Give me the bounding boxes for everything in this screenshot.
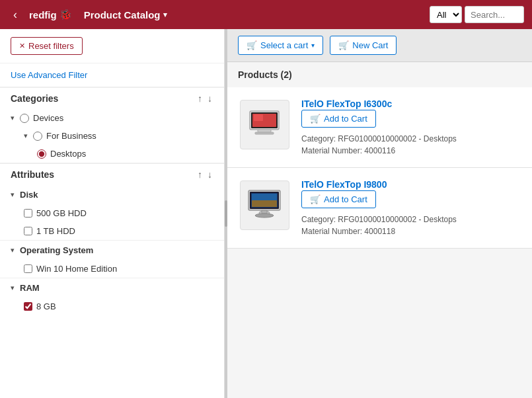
sidebar-top: ✕ Reset filters bbox=[0, 29, 224, 63]
cart-icon-select: 🛒 bbox=[247, 40, 257, 50]
product-image-1 bbox=[238, 98, 291, 151]
attributes-sort-asc[interactable]: ↑ bbox=[196, 168, 204, 181]
new-cart-button[interactable]: 🛒 New Cart bbox=[330, 36, 397, 55]
search-group: All bbox=[430, 6, 524, 23]
svg-rect-10 bbox=[252, 200, 277, 207]
attributes-title: Attributes bbox=[11, 169, 54, 180]
attributes-sort-icons: ↑ ↓ bbox=[196, 168, 213, 181]
product-image-2 bbox=[238, 179, 291, 231]
select-cart-chevron: ▾ bbox=[311, 42, 315, 49]
chevron-for-business: ▾ bbox=[24, 132, 28, 140]
attr-ram-header[interactable]: ▾ RAM bbox=[0, 278, 224, 298]
attr-os-win10[interactable]: Win 10 Home Edition bbox=[0, 260, 224, 278]
categories-title: Categories bbox=[11, 93, 58, 104]
logo: redfig 🐞 bbox=[29, 9, 72, 20]
label-1tb: 1 TB HDD bbox=[36, 226, 75, 236]
attributes-sort-desc[interactable]: ↓ bbox=[206, 168, 213, 181]
attr-disk-1tb[interactable]: 1 TB HDD bbox=[0, 222, 224, 240]
products-count: Products (2) bbox=[238, 69, 292, 80]
product-card-1: ITelO FlexTop I6300c 🛒 Add to Cart Categ… bbox=[227, 87, 532, 168]
reset-filters-label: Reset filters bbox=[28, 41, 74, 51]
attr-disk-label: Disk bbox=[20, 190, 38, 200]
radio-desktops[interactable] bbox=[37, 149, 46, 159]
cart-icon-new: 🛒 bbox=[338, 40, 349, 50]
label-devices: Devices bbox=[33, 113, 63, 123]
chevron-devices: ▾ bbox=[11, 114, 15, 122]
add-to-cart-button-1[interactable]: 🛒 Add to Cart bbox=[301, 110, 376, 128]
product-img-svg-1 bbox=[243, 103, 285, 145]
checkbox-500gb[interactable] bbox=[24, 209, 32, 218]
attr-ram-label: RAM bbox=[20, 283, 40, 293]
product-info-2: ITelO FlexTop I9800 🛒 Add to Cart Catego… bbox=[301, 179, 521, 237]
back-button[interactable]: ‹ bbox=[8, 5, 22, 24]
attributes-section-header: Attributes ↑ ↓ bbox=[0, 163, 224, 185]
product-meta-1: Category: RFG01000010000002 - Desktops M… bbox=[301, 133, 521, 157]
svg-rect-3 bbox=[254, 114, 263, 121]
categories-sort-desc[interactable]: ↓ bbox=[206, 92, 213, 105]
label-500gb: 500 GB HDD bbox=[36, 208, 87, 218]
categories-section-header: Categories ↑ ↓ bbox=[0, 87, 224, 109]
category-desktops[interactable]: Desktops bbox=[0, 145, 224, 163]
search-input[interactable] bbox=[465, 6, 524, 23]
product-name-2[interactable]: ITelO FlexTop I9800 bbox=[301, 179, 387, 190]
right-panel: 🛒 Select a cart ▾ 🛒 New Cart Products (2… bbox=[227, 29, 532, 398]
product-img-placeholder-2 bbox=[240, 180, 289, 230]
reset-icon: ✕ bbox=[19, 42, 25, 50]
product-img-svg-2 bbox=[243, 184, 285, 226]
chevron-ram: ▾ bbox=[11, 284, 15, 292]
cart-icon-p1: 🛒 bbox=[310, 114, 321, 124]
label-desktops: Desktops bbox=[50, 149, 86, 159]
products-header: Products (2) bbox=[227, 62, 532, 87]
product-card-2: ITelO FlexTop I9800 🛒 Add to Cart Catego… bbox=[227, 168, 532, 249]
label-8gb: 8 GB bbox=[36, 301, 56, 311]
checkbox-win10[interactable] bbox=[24, 264, 32, 273]
label-win10: Win 10 Home Edition bbox=[36, 264, 117, 274]
categories-sort-asc[interactable]: ↑ bbox=[196, 92, 204, 105]
page-title-chevron: ▾ bbox=[163, 11, 167, 19]
product-material-1: Material Number: 4000116 bbox=[301, 145, 521, 157]
attr-os-label: Operating System bbox=[20, 245, 93, 255]
svg-rect-5 bbox=[255, 132, 274, 134]
radio-devices[interactable] bbox=[20, 114, 29, 123]
categories-sort-icons: ↑ ↓ bbox=[196, 92, 213, 105]
product-material-2: Material Number: 4000118 bbox=[301, 225, 521, 237]
add-to-cart-label-1: Add to Cart bbox=[324, 114, 367, 124]
chevron-os: ▾ bbox=[11, 246, 15, 255]
category-for-business[interactable]: ▾ For Business bbox=[0, 127, 224, 145]
checkbox-1tb[interactable] bbox=[24, 227, 32, 235]
attr-os-header[interactable]: ▾ Operating System bbox=[0, 241, 224, 260]
radio-for-business[interactable] bbox=[33, 132, 42, 141]
filter-select[interactable]: All bbox=[430, 6, 462, 23]
category-devices[interactable]: ▾ Devices bbox=[0, 109, 224, 127]
checkbox-8gb[interactable] bbox=[24, 302, 32, 311]
product-name-1[interactable]: ITelO FlexTop I6300c bbox=[301, 99, 392, 109]
header: ‹ redfig 🐞 Product Catalog ▾ All bbox=[0, 0, 532, 29]
main-layout: ✕ Reset filters Use Advanced Filter Cate… bbox=[0, 29, 532, 398]
chevron-disk: ▾ bbox=[11, 190, 15, 199]
right-toolbar: 🛒 Select a cart ▾ 🛒 New Cart bbox=[227, 29, 532, 62]
product-category-2: Category: RFG01000010000002 - Desktops bbox=[301, 214, 521, 225]
svg-point-13 bbox=[255, 214, 274, 218]
svg-rect-4 bbox=[258, 130, 271, 132]
reset-filters-button[interactable]: ✕ Reset filters bbox=[11, 37, 83, 55]
product-meta-2: Category: RFG01000010000002 - Desktops M… bbox=[301, 214, 521, 237]
sidebar: ✕ Reset filters Use Advanced Filter Cate… bbox=[0, 29, 225, 398]
label-for-business: For Business bbox=[46, 131, 96, 141]
product-img-placeholder-1 bbox=[240, 100, 289, 149]
select-cart-button[interactable]: 🛒 Select a cart ▾ bbox=[238, 36, 323, 55]
product-info-1: ITelO FlexTop I6300c 🛒 Add to Cart Categ… bbox=[301, 98, 521, 157]
cart-icon-p2: 🛒 bbox=[310, 194, 321, 204]
svg-rect-12 bbox=[262, 210, 267, 214]
advanced-filter-link[interactable]: Use Advanced Filter bbox=[0, 63, 224, 87]
logo-icon: 🐞 bbox=[59, 9, 72, 20]
add-to-cart-button-2[interactable]: 🛒 Add to Cart bbox=[301, 190, 376, 208]
svg-rect-9 bbox=[252, 194, 277, 200]
product-category-1: Category: RFG01000010000002 - Desktops bbox=[301, 133, 521, 145]
select-cart-label: Select a cart bbox=[260, 40, 308, 50]
new-cart-label: New Cart bbox=[352, 40, 388, 50]
attr-disk-500gb[interactable]: 500 GB HDD bbox=[0, 204, 224, 222]
add-to-cart-label-2: Add to Cart bbox=[324, 194, 367, 204]
logo-text: redfig bbox=[29, 9, 57, 20]
attr-ram-8gb[interactable]: 8 GB bbox=[0, 298, 224, 315]
attr-disk-header[interactable]: ▾ Disk bbox=[0, 185, 224, 204]
